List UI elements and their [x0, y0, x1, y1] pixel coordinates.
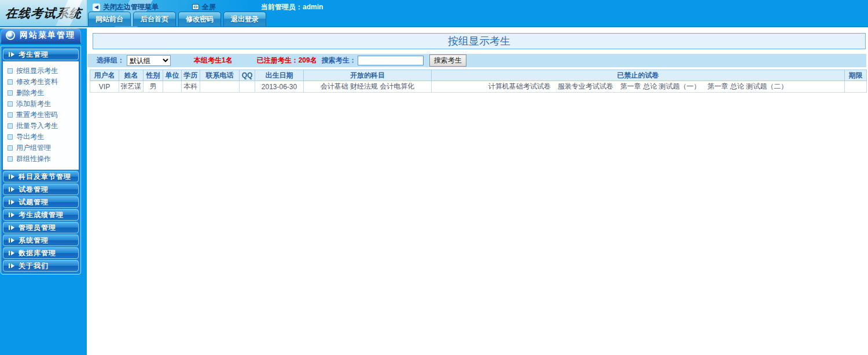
sidebar-item-group-operations[interactable]: 群组性操作 [8, 153, 76, 164]
cell-forbidden-papers: 计算机基础考试试卷 服装专业考试试卷 第一章 总论 测试题（一） 第一章 总论 … [432, 81, 845, 93]
cell-gender: 男 [144, 81, 163, 93]
page-title: 按组显示考生 [93, 33, 866, 49]
group-count-text: 本组考生1名 [194, 56, 233, 65]
table-header-row: 用户名 姓名 性别 单位 学历 联系电话 QQ 出生日期 开放的科目 已禁止的试… [90, 70, 867, 81]
cell-name: 张艺谋 [119, 81, 144, 93]
sidebar-section-paper-mgmt[interactable]: 试卷管理 [3, 184, 79, 195]
main-content: 按组显示考生 选择组： 默认组 本组考生1名 已注册考生：209名 搜索考生： … [87, 28, 868, 355]
fullscreen-icon [192, 4, 199, 10]
cell-phone [200, 81, 240, 93]
tab-change-password[interactable]: 修改密码 [178, 12, 221, 26]
tab-logout[interactable]: 退出登录 [223, 12, 266, 26]
close-left-menu-label: 关闭左边管理菜单 [103, 2, 159, 12]
play-icon [9, 225, 14, 230]
page-icon [8, 123, 13, 129]
search-label: 搜索考生： [322, 56, 356, 65]
examinee-table: 用户名 姓名 性别 单位 学历 联系电话 QQ 出生日期 开放的科目 已禁止的试… [90, 69, 867, 93]
sidebar-section-system-mgmt[interactable]: 系统管理 [3, 235, 79, 246]
col-forbidden-papers: 已禁止的试卷 [432, 70, 845, 81]
play-icon [9, 213, 14, 217]
app-logo-text: 在线考试系统 [5, 5, 82, 21]
cell-deadline [845, 81, 867, 93]
col-education: 学历 [182, 70, 200, 81]
fullscreen-button[interactable]: 全屏 [192, 2, 216, 12]
tab-admin-home[interactable]: 后台首页 [133, 12, 176, 26]
col-phone: 联系电话 [200, 70, 240, 81]
sidebar-item-user-group-mgmt[interactable]: 用户组管理 [8, 142, 76, 153]
page-icon [8, 79, 13, 85]
tab-site-front[interactable]: 网站前台 [88, 12, 131, 26]
sidebar-menu: 考生管理 按组显示考生 修改考生资料 删除考生 添加新考生 重置考生密码 [1, 46, 81, 275]
search-button[interactable]: 搜索考生 [429, 54, 466, 67]
sidebar-section-score-mgmt[interactable]: 考生成绩管理 [3, 209, 79, 221]
registered-count-text: 已注册考生：209名 [257, 56, 317, 65]
col-qq: QQ [240, 70, 255, 81]
play-icon [9, 263, 14, 268]
sidebar-section-admin-mgmt[interactable]: 管理员管理 [3, 222, 79, 233]
col-gender: 性别 [144, 70, 163, 81]
top-tabs: 网站前台 后台首页 修改密码 退出登录 [88, 12, 266, 26]
sidebar-section-subject-chapter[interactable]: 科目及章节管理 [3, 171, 79, 182]
col-deadline: 期限 [845, 70, 867, 81]
cell-birthdate: 2013-06-30 [255, 81, 304, 93]
cell-open-subjects: 会计基础 财经法规 会计电算化 [304, 81, 432, 93]
sidebar-item-show-by-group[interactable]: 按组显示考生 [8, 65, 76, 76]
cell-username: VIP [90, 81, 119, 93]
col-name: 姓名 [119, 70, 144, 81]
page-icon [8, 134, 13, 140]
col-open-subjects: 开放的科目 [304, 70, 432, 81]
play-icon [9, 251, 14, 255]
sidebar-section-examinee-mgmt[interactable]: 考生管理 [3, 49, 79, 60]
top-banner: 在线考试系统 ◀ 关闭左边管理菜单 全屏 当前管理员：admin 网站前台 后台… [0, 0, 868, 27]
play-icon [9, 52, 14, 57]
fullscreen-label: 全屏 [202, 2, 216, 12]
table-row: VIP 张艺谋 男 本科 2013-06-30 会计基础 财经法规 会计电算化 … [90, 81, 867, 93]
sidebar-section-question-mgmt[interactable]: 试题管理 [3, 196, 79, 208]
sidebar-section-about-us[interactable]: 关于我们 [3, 260, 79, 272]
group-select-label: 选择组： [97, 56, 124, 65]
play-icon [9, 187, 14, 192]
page-icon [8, 90, 13, 96]
sidebar-item-export-examinee[interactable]: 导出考生 [8, 131, 76, 142]
current-admin-label: 当前管理员：admin [261, 2, 323, 12]
col-unit: 单位 [163, 70, 182, 81]
app-logo: 在线考试系统 [0, 0, 87, 26]
sidebar-section-database-mgmt[interactable]: 数据库管理 [3, 247, 79, 259]
sidebar-items-panel: 按组显示考生 修改考生资料 删除考生 添加新考生 重置考生密码 批量导入考生 [3, 61, 79, 170]
sidebar-item-batch-import[interactable]: 批量导入考生 [8, 120, 76, 131]
sidebar-item-edit-examinee[interactable]: 修改考生资料 [8, 76, 76, 87]
filter-bar: 选择组： 默认组 本组考生1名 已注册考生：209名 搜索考生： 搜索考生 [87, 54, 866, 67]
close-left-menu-button[interactable]: ◀ 关闭左边管理菜单 [93, 2, 159, 12]
group-select[interactable]: 默认组 [127, 55, 171, 66]
sidebar: 网站菜单管理 考生管理 按组显示考生 修改考生资料 删除考生 添加新考生 [0, 28, 87, 355]
sidebar-item-reset-password[interactable]: 重置考生密码 [8, 109, 76, 120]
sidebar-header-label: 网站菜单管理 [20, 30, 75, 41]
page-icon [8, 145, 13, 151]
page-icon [8, 101, 13, 107]
page-icon [8, 68, 13, 74]
cell-unit [163, 81, 182, 93]
play-icon [9, 200, 14, 204]
search-input[interactable] [358, 56, 424, 65]
cell-education: 本科 [182, 81, 200, 93]
play-icon [9, 238, 14, 243]
sidebar-item-add-examinee[interactable]: 添加新考生 [8, 98, 76, 109]
page-icon [8, 112, 13, 118]
sidebar-header: 网站菜单管理 [1, 28, 81, 44]
cell-qq [240, 81, 255, 93]
play-icon [9, 174, 14, 179]
page-icon [8, 156, 13, 162]
col-username: 用户名 [90, 70, 119, 81]
sidebar-item-delete-examinee[interactable]: 删除考生 [8, 87, 76, 98]
col-birthdate: 出生日期 [255, 70, 304, 81]
sphere-icon [6, 31, 15, 40]
collapse-left-icon: ◀ [93, 3, 100, 11]
